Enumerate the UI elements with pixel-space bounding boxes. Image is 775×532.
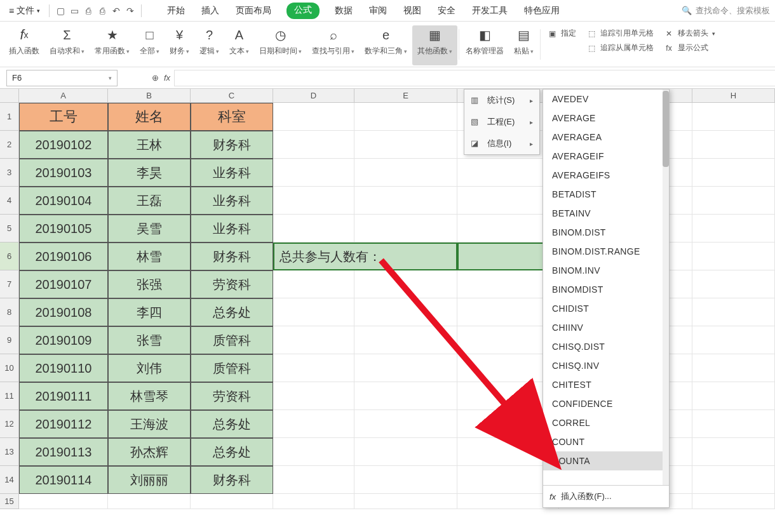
redo-icon[interactable]: ↷ xyxy=(125,5,136,17)
cell[interactable]: 劳资科 xyxy=(191,382,273,410)
submenu-信息(I)[interactable]: ◪信息(I)▸ xyxy=(464,133,539,154)
cell[interactable]: 财务科 xyxy=(191,466,273,494)
cell[interactable] xyxy=(273,494,354,509)
new-icon[interactable]: ▢ xyxy=(55,5,66,17)
cell[interactable]: 王林 xyxy=(108,131,191,159)
save-icon[interactable]: ⎙ xyxy=(83,5,94,17)
cell[interactable]: 财务科 xyxy=(191,131,273,159)
cell[interactable]: 吴雪 xyxy=(108,215,191,243)
cell[interactable]: 20190111 xyxy=(19,382,108,410)
ribbon-插入函数[interactable]: fx插入函数 xyxy=(4,25,44,65)
tab-视图[interactable]: 视图 xyxy=(402,3,422,19)
cell[interactable] xyxy=(354,410,457,438)
ribbon-文本[interactable]: A文本▾ xyxy=(224,25,254,65)
cell[interactable]: 20190104 xyxy=(19,187,108,215)
cell[interactable] xyxy=(692,159,775,187)
cell[interactable]: 张雪 xyxy=(108,326,191,354)
cell[interactable] xyxy=(354,215,457,243)
cell[interactable]: 20190112 xyxy=(19,410,108,438)
ribbon-全部[interactable]: □全部▾ xyxy=(135,25,165,65)
cell[interactable] xyxy=(273,298,354,326)
file-menu[interactable]: ≡ 文件 ▾ xyxy=(5,3,44,19)
ribbon-指定[interactable]: ▣指定 xyxy=(547,28,576,39)
row-header[interactable]: 8 xyxy=(0,298,19,326)
cell[interactable] xyxy=(273,187,354,215)
cell[interactable]: 劳资科 xyxy=(191,270,273,298)
cell[interactable] xyxy=(273,270,354,298)
scrollbar-thumb[interactable] xyxy=(663,91,669,167)
cell[interactable] xyxy=(692,410,775,438)
ribbon-查找与引用[interactable]: ⌕查找与引用▾ xyxy=(307,25,360,65)
cell[interactable] xyxy=(273,326,354,354)
cell[interactable]: 财务科 xyxy=(191,243,273,270)
function-AVERAGEA[interactable]: AVERAGEA xyxy=(543,128,669,147)
cell[interactable]: 20190106 xyxy=(19,243,108,270)
merged-label-cell[interactable]: 总共参与人数有： xyxy=(273,243,457,270)
submenu-统计(S)[interactable]: ▥统计(S)▸ xyxy=(464,90,539,111)
ribbon-常用函数[interactable]: ★常用函数▾ xyxy=(90,25,135,65)
cell[interactable]: 20190110 xyxy=(19,354,108,382)
cell[interactable]: 姓名 xyxy=(108,103,191,131)
tab-页面布局[interactable]: 页面布局 xyxy=(234,3,273,19)
tab-特色应用[interactable]: 特色应用 xyxy=(523,3,561,19)
cell[interactable] xyxy=(273,159,354,187)
cell[interactable] xyxy=(354,466,457,494)
cell[interactable]: 20190113 xyxy=(19,438,108,466)
ribbon-追踪从属单元格[interactable]: ⬚追踪从属单元格 xyxy=(586,43,654,53)
function-AVERAGE[interactable]: AVERAGE xyxy=(543,109,669,128)
row-header[interactable]: 10 xyxy=(0,354,19,382)
function-AVERAGEIFS[interactable]: AVERAGEIFS xyxy=(543,166,669,185)
tab-开发工具[interactable]: 开发工具 xyxy=(471,3,509,19)
cell[interactable] xyxy=(354,187,457,215)
cell[interactable] xyxy=(692,466,775,494)
insert-function-footer[interactable]: fx 插入函数(F)... xyxy=(543,485,669,507)
cell[interactable] xyxy=(692,438,775,466)
scrollbar[interactable] xyxy=(663,90,669,485)
select-all-corner[interactable] xyxy=(0,89,19,102)
function-AVEDEV[interactable]: AVEDEV xyxy=(543,90,669,109)
cell[interactable] xyxy=(692,354,775,382)
row-header[interactable]: 9 xyxy=(0,326,19,354)
cell[interactable]: 林雪 xyxy=(108,243,191,270)
cell[interactable] xyxy=(273,466,354,494)
cell[interactable]: 20190108 xyxy=(19,298,108,326)
search-box[interactable]: 🔍 查找命令、搜索模板 xyxy=(682,5,770,17)
function-BINOMDIST[interactable]: BINOMDIST xyxy=(543,280,669,299)
cell[interactable] xyxy=(354,159,457,187)
tab-插入[interactable]: 插入 xyxy=(200,3,220,19)
tab-数据[interactable]: 数据 xyxy=(334,3,354,19)
cell[interactable]: 王海波 xyxy=(108,410,191,438)
cell[interactable]: 总务处 xyxy=(191,298,273,326)
cell[interactable]: 李四 xyxy=(108,298,191,326)
row-header[interactable]: 14 xyxy=(0,466,19,494)
ribbon-数学和三角[interactable]: e数学和三角▾ xyxy=(360,25,412,65)
cell[interactable]: 20190109 xyxy=(19,326,108,354)
cell[interactable]: 工号 xyxy=(19,103,108,131)
col-header[interactable]: E xyxy=(354,89,457,102)
fx-icon[interactable]: fx xyxy=(164,73,170,83)
open-icon[interactable]: ▭ xyxy=(69,5,80,17)
col-header[interactable]: A xyxy=(19,89,108,102)
ribbon-日期和时间[interactable]: ◷日期和时间▾ xyxy=(254,25,307,65)
function-BINOM.INV[interactable]: BINOM.INV xyxy=(543,261,669,280)
function-AVERAGEIF[interactable]: AVERAGEIF xyxy=(543,147,669,166)
cell[interactable] xyxy=(354,382,457,410)
cell[interactable]: 20190105 xyxy=(19,215,108,243)
print-icon[interactable]: ⎙ xyxy=(97,5,108,17)
undo-icon[interactable]: ↶ xyxy=(111,5,122,17)
cell[interactable] xyxy=(354,298,457,326)
row-header[interactable]: 13 xyxy=(0,438,19,466)
cell[interactable] xyxy=(191,494,273,509)
function-COUNTA[interactable]: COUNTA xyxy=(543,451,669,470)
function-CHIINV[interactable]: CHIINV xyxy=(543,318,669,337)
ribbon-逻辑[interactable]: ?逻辑▾ xyxy=(194,25,224,65)
row-header[interactable]: 5 xyxy=(0,215,19,243)
cell[interactable] xyxy=(354,270,457,298)
cell[interactable]: 总务处 xyxy=(191,438,273,466)
function-CHISQ.INV[interactable]: CHISQ.INV xyxy=(543,356,669,375)
cell[interactable] xyxy=(692,494,775,509)
tab-审阅[interactable]: 审阅 xyxy=(368,3,388,19)
name-box[interactable]: F6 ▾ xyxy=(6,70,118,86)
col-header[interactable]: B xyxy=(108,89,191,102)
ribbon-名称管理器[interactable]: ◧名称管理器 xyxy=(461,25,509,65)
